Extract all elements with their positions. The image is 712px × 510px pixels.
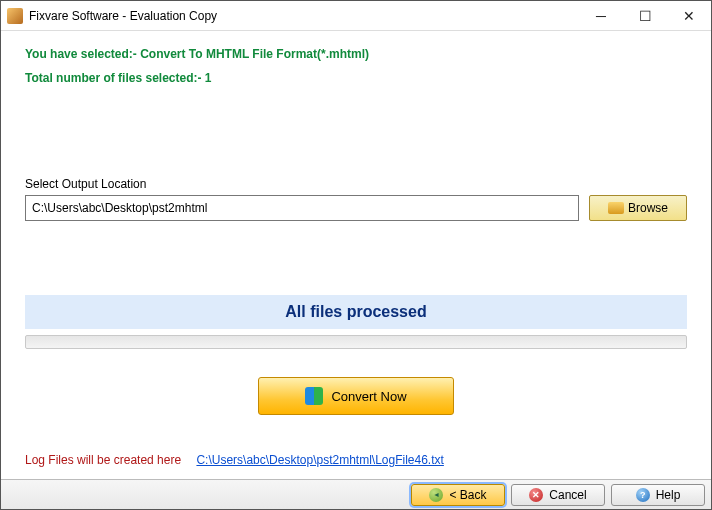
maximize-button[interactable]: ☐ (623, 1, 667, 31)
help-button[interactable]: ? Help (611, 484, 705, 506)
folder-icon (608, 202, 624, 214)
output-path-input[interactable] (25, 195, 579, 221)
log-link[interactable]: C:\Users\abc\Desktop\pst2mhtml\LogFile46… (196, 453, 443, 467)
output-path-row: Browse (25, 195, 687, 221)
progress-bar (25, 335, 687, 349)
back-button[interactable]: < Back (411, 484, 505, 506)
back-arrow-icon (429, 488, 443, 502)
help-icon: ? (636, 488, 650, 502)
footer: < Back ✕ Cancel ? Help (1, 479, 711, 509)
selected-format-label: You have selected:- Convert To MHTML Fil… (25, 47, 687, 61)
cancel-button[interactable]: ✕ Cancel (511, 484, 605, 506)
output-location-label: Select Output Location (25, 177, 687, 191)
log-label: Log Files will be created here (25, 453, 181, 467)
log-row: Log Files will be created here C:\Users\… (25, 453, 444, 467)
progress-message: All files processed (25, 295, 687, 329)
convert-row: Convert Now (25, 377, 687, 415)
window-title: Fixvare Software - Evaluation Copy (29, 9, 579, 23)
file-count-label: Total number of files selected:- 1 (25, 71, 687, 85)
window-body: You have selected:- Convert To MHTML Fil… (1, 31, 711, 479)
cancel-button-label: Cancel (549, 488, 586, 502)
convert-icon (305, 387, 323, 405)
app-icon (7, 8, 23, 24)
browse-button[interactable]: Browse (589, 195, 687, 221)
minimize-button[interactable]: ─ (579, 1, 623, 31)
convert-now-button[interactable]: Convert Now (258, 377, 454, 415)
app-window: Fixvare Software - Evaluation Copy ─ ☐ ✕… (0, 0, 712, 510)
titlebar: Fixvare Software - Evaluation Copy ─ ☐ ✕ (1, 1, 711, 31)
close-button[interactable]: ✕ (667, 1, 711, 31)
help-button-label: Help (656, 488, 681, 502)
cancel-icon: ✕ (529, 488, 543, 502)
back-button-label: < Back (449, 488, 486, 502)
convert-button-label: Convert Now (331, 389, 406, 404)
browse-button-label: Browse (628, 201, 668, 215)
